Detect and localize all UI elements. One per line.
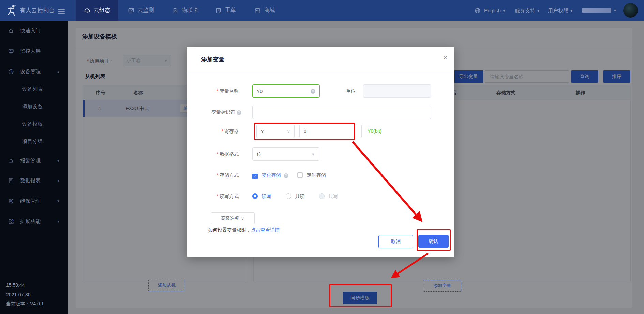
radio-disabled xyxy=(319,193,325,199)
rw-writeonly-label: 只写 xyxy=(328,193,338,199)
identifier-input[interactable] xyxy=(252,106,431,119)
user-avatar[interactable] xyxy=(623,3,638,18)
register-address-value: 0 xyxy=(304,129,306,134)
top-navbar: 有人云控制台 云组态 云监测 物联卡 工单 商城 English ▼ 服务支持 … xyxy=(0,0,644,21)
identifier-label-wrap: 变量标识符 ? xyxy=(187,106,241,119)
sidebar-item-label: 扩展功能 xyxy=(20,216,41,226)
storage-change-label[interactable]: 变化存储 xyxy=(261,172,281,178)
data-format-select[interactable]: 位 ▼ xyxy=(252,147,319,161)
divider xyxy=(187,73,454,73)
tab-label: 工单 xyxy=(225,7,236,14)
tab-label: 云监测 xyxy=(138,7,154,14)
home-icon xyxy=(8,28,14,34)
work-order-icon xyxy=(215,7,222,14)
storage-label-wrap: *存储方式 xyxy=(187,171,239,179)
add-variable-dialog: 添加变量 ✕ *变量名称 Y0 ✕ 单位 变量标识符 ? *寄存器 Y ∨ 0 … xyxy=(187,47,454,257)
rw-readwrite-label[interactable]: 读写 xyxy=(261,193,271,199)
sidebar-item-project-group[interactable]: 项目分组 xyxy=(22,136,43,146)
version-info: 当前版本：V4.0.1 xyxy=(6,301,44,307)
caret-down-icon: ▼ xyxy=(57,220,60,223)
caret-up-icon: ▲ xyxy=(57,70,60,74)
sidebar-item-device-list[interactable]: 设备列表 xyxy=(22,84,43,94)
usr-cloud-logo-icon xyxy=(5,4,18,18)
sidebar-item-quick-start[interactable]: 快速入门 xyxy=(8,26,41,36)
register-preview: Y0(bit) xyxy=(368,125,381,138)
sidebar-item-label: 设备管理 xyxy=(20,66,41,77)
chevron-down-icon: ∨ xyxy=(241,216,244,221)
permission-menu[interactable]: 用户权限 ▼ xyxy=(548,0,573,21)
name-label: 变量名称 xyxy=(220,88,239,94)
language-switch[interactable]: English ▼ xyxy=(484,0,506,21)
big-screen-icon xyxy=(8,48,14,54)
question-icon[interactable]: ? xyxy=(237,110,241,115)
register-type-value: Y xyxy=(261,129,264,134)
advanced-options-button[interactable]: 高级选项 ∨ xyxy=(211,212,255,224)
data-format-value: 位 xyxy=(257,151,261,157)
chevron-down-icon: ∨ xyxy=(287,129,290,134)
tab-cloud-monitor[interactable]: 云监测 xyxy=(122,0,160,21)
rw-label: 读写方式 xyxy=(220,193,239,199)
side-navigation: 快速入门 监控大屏 设备管理 ▲ 设备列表 添加设备 设备模板 项目分组 报警管… xyxy=(0,21,68,314)
tab-iot-card[interactable]: 物联卡 xyxy=(166,0,204,21)
rw-options: 读写 只读 只写 xyxy=(252,192,338,200)
globe-icon xyxy=(475,7,481,15)
required-mark: * xyxy=(222,128,223,134)
sidebar-item-monitor-screen[interactable]: 监控大屏 xyxy=(8,46,41,56)
sidebar-item-data-report[interactable]: 数据报表 xyxy=(8,175,41,186)
unit-label: 单位 xyxy=(304,84,356,98)
sidebar-item-label: 维保管理 xyxy=(20,196,41,206)
report-icon xyxy=(8,178,14,184)
sidebar-item-device-template[interactable]: 设备模板 xyxy=(22,119,43,129)
language-label: English xyxy=(484,7,501,13)
caret-down-icon: ▼ xyxy=(57,199,60,203)
question-icon[interactable]: ? xyxy=(284,173,288,178)
checkbox-unchecked[interactable] xyxy=(297,172,303,178)
register-type-select[interactable]: Y ∨ xyxy=(256,125,295,138)
unit-input[interactable] xyxy=(363,84,431,98)
caret-down-icon: ▼ xyxy=(311,152,315,156)
caret-down-icon: ▼ xyxy=(570,9,573,13)
sidebar-item-add-device[interactable]: 添加设备 xyxy=(22,101,43,112)
radio-selected[interactable] xyxy=(252,193,258,199)
caret-down-icon: ▼ xyxy=(502,9,506,13)
caret-down-icon: ▼ xyxy=(57,159,60,163)
tab-label: 物联卡 xyxy=(182,7,198,14)
required-mark: * xyxy=(217,151,219,157)
tab-cloud-scada[interactable]: 云组态 xyxy=(76,0,118,21)
monitor-icon xyxy=(128,7,134,14)
cancel-button[interactable]: 取消 xyxy=(378,235,413,248)
storage-timed-label[interactable]: 定时存储 xyxy=(307,172,326,178)
caret-down-icon: ▼ xyxy=(537,9,540,13)
storage-label: 存储方式 xyxy=(220,172,239,178)
format-label-wrap: *数据格式 xyxy=(187,147,239,161)
sidebar-item-maintenance[interactable]: 维保管理 xyxy=(8,196,41,206)
advanced-options-label: 高级选项 xyxy=(221,215,239,221)
name-label-wrap: *变量名称 xyxy=(187,84,239,98)
help-link[interactable]: 点击查看详情 xyxy=(251,227,280,233)
extensions-grid-icon xyxy=(8,219,14,224)
storage-options: ✓ 变化存储 ? 定时存储 xyxy=(252,171,326,179)
tab-label: 商城 xyxy=(264,7,275,14)
rw-readonly-label[interactable]: 只读 xyxy=(295,193,304,199)
sidebar-item-device-management[interactable]: 设备管理 xyxy=(8,66,41,77)
tab-mall[interactable]: 商城 xyxy=(248,0,282,21)
sidebar-item-label: 数据报表 xyxy=(20,175,41,186)
permission-label: 用户权限 xyxy=(548,7,568,13)
checkbox-checked-icon[interactable]: ✓ xyxy=(252,174,258,179)
required-mark: * xyxy=(217,193,219,199)
tab-label: 云组态 xyxy=(94,7,110,14)
support-label: 服务支持 xyxy=(515,7,535,13)
user-caret-down-icon[interactable]: ▼ xyxy=(613,0,617,21)
sidebar-item-alarm-management[interactable]: 报警管理 xyxy=(8,156,41,166)
support-menu[interactable]: 服务支持 ▼ xyxy=(515,0,540,21)
register-address-input[interactable]: 0 xyxy=(299,125,362,138)
app-root: 添加设备模板 *所属项目： 小王霸 ▼ 从机列表 序号 名称 1 FX3U 串口… xyxy=(0,0,644,314)
tab-work-order[interactable]: 工单 xyxy=(209,0,243,21)
close-icon[interactable]: ✕ xyxy=(443,54,448,61)
sidebar-item-extensions[interactable]: 扩展功能 xyxy=(8,216,41,226)
caret-down-icon: ▼ xyxy=(57,179,60,183)
device-management-icon xyxy=(8,69,14,75)
confirm-button[interactable]: 确认 xyxy=(418,235,449,248)
menu-toggle-icon[interactable] xyxy=(58,7,65,15)
radio-unselected[interactable] xyxy=(286,193,291,199)
